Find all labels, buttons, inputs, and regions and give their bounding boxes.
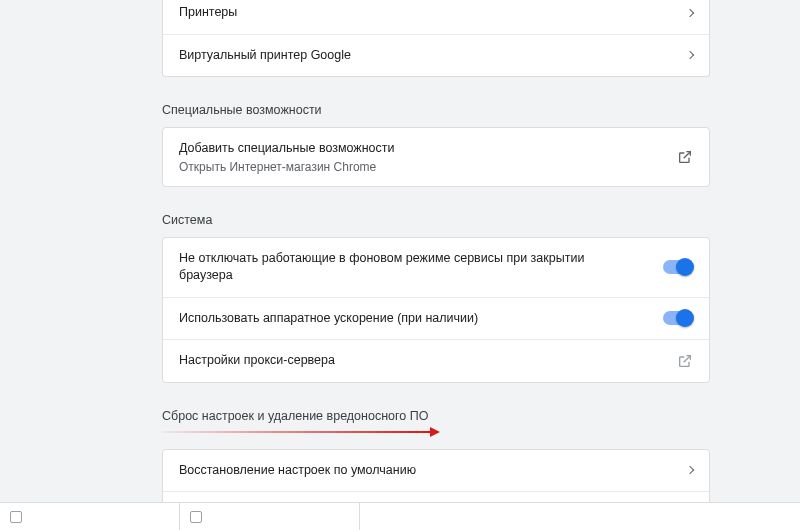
restore-defaults-row[interactable]: Восстановление настроек по умолчанию xyxy=(163,450,709,493)
chevron-right-icon xyxy=(686,9,694,17)
bottom-tab-bar xyxy=(0,502,800,530)
add-accessibility-label: Добавить специальные возможности xyxy=(179,140,395,158)
hw-accel-row[interactable]: Использовать аппаратное ускорение (при н… xyxy=(163,298,709,341)
add-accessibility-row[interactable]: Добавить специальные возможности Открыть… xyxy=(163,128,709,186)
accessibility-section-title: Специальные возможности xyxy=(162,97,710,127)
chevron-right-icon xyxy=(686,51,694,59)
annotation-arrow xyxy=(162,427,710,441)
printers-label: Принтеры xyxy=(179,4,237,22)
bottom-tab-2[interactable] xyxy=(180,503,360,530)
add-accessibility-sub: Открыть Интернет-магазин Chrome xyxy=(179,160,395,174)
proxy-row[interactable]: Настройки прокси-сервера xyxy=(163,340,709,382)
restore-defaults-label: Восстановление настроек по умолчанию xyxy=(179,462,416,480)
system-card: Не отключать работающие в фоновом режиме… xyxy=(162,237,710,383)
printing-card: Принтеры Виртуальный принтер Google xyxy=(162,0,710,77)
file-icon xyxy=(190,511,202,523)
background-apps-label: Не отключать работающие в фоновом режиме… xyxy=(179,250,619,285)
hw-accel-label: Использовать аппаратное ускорение (при н… xyxy=(179,310,478,328)
chevron-right-icon xyxy=(686,466,694,474)
reset-section-title: Сброс настроек и удаление вредоносного П… xyxy=(162,403,710,427)
file-icon xyxy=(10,511,22,523)
cloud-print-row[interactable]: Виртуальный принтер Google xyxy=(163,35,709,77)
background-apps-row[interactable]: Не отключать работающие в фоновом режиме… xyxy=(163,238,709,298)
printers-row[interactable]: Принтеры xyxy=(163,0,709,35)
external-link-icon xyxy=(677,149,693,165)
accessibility-text-block: Добавить специальные возможности Открыть… xyxy=(179,140,395,174)
cloud-print-label: Виртуальный принтер Google xyxy=(179,47,351,65)
hw-accel-toggle[interactable] xyxy=(663,311,693,325)
bottom-tab-1[interactable] xyxy=(0,503,180,530)
system-section-title: Система xyxy=(162,207,710,237)
background-apps-toggle[interactable] xyxy=(663,260,693,274)
accessibility-card: Добавить специальные возможности Открыть… xyxy=(162,127,710,187)
external-link-icon xyxy=(677,353,693,369)
proxy-label: Настройки прокси-сервера xyxy=(179,352,335,370)
